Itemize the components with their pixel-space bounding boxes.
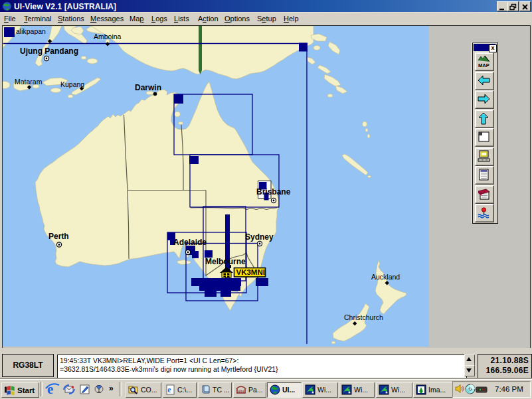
svg-text:MAP: MAP [478,62,489,68]
svg-text:Perth: Perth [48,232,69,241]
svg-text:alikpapan: alikpapan [16,27,46,35]
svg-text:e: e [167,385,171,394]
svg-text:Ujung Pandang: Ujung Pandang [20,46,78,56]
svg-text:Auckland: Auckland [371,273,400,281]
svg-text:VK3MNI: VK3MNI [236,268,265,276]
svg-text:Brisbane: Brisbane [256,187,291,197]
svg-text:Sydney: Sydney [245,232,274,242]
svg-text:Amboina: Amboina [94,33,122,40]
svg-text:Melbourne: Melbourne [205,257,246,266]
svg-text:Kupang: Kupang [60,80,84,88]
svg-text:Adelaide: Adelaide [173,238,207,247]
svg-text:Mataram: Mataram [15,78,43,86]
svg-text:Christchurch: Christchurch [344,313,383,321]
svg-text:Darwin: Darwin [135,83,161,92]
